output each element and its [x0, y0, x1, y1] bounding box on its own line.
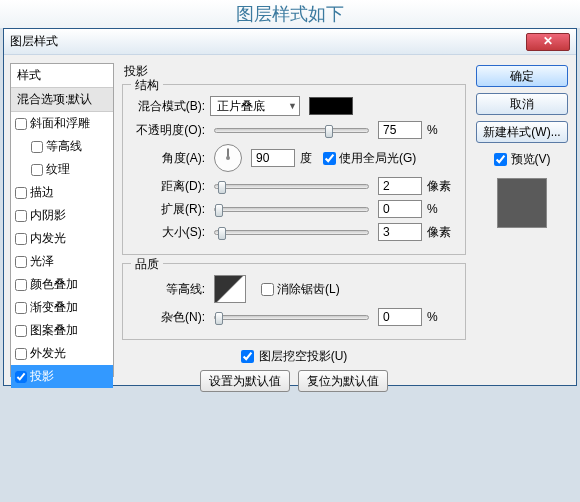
- style-item-checkbox[interactable]: [15, 233, 27, 245]
- dialog-window: 图层样式 ✕ 样式 混合选项:默认 斜面和浮雕等高线纹理描边内阴影内发光光泽颜色…: [3, 28, 577, 386]
- style-item-checkbox[interactable]: [31, 141, 43, 153]
- chevron-down-icon: ▼: [288, 101, 297, 111]
- style-item-checkbox[interactable]: [15, 325, 27, 337]
- size-unit: 像素: [427, 224, 455, 241]
- style-item-label: 纹理: [46, 161, 70, 178]
- contour-label: 等高线:: [133, 281, 205, 298]
- distance-input[interactable]: 2: [378, 177, 422, 195]
- style-item[interactable]: 颜色叠加: [11, 273, 113, 296]
- antialias-checkbox[interactable]: [261, 283, 274, 296]
- opacity-unit: %: [427, 123, 455, 137]
- style-item[interactable]: 渐变叠加: [11, 296, 113, 319]
- style-item[interactable]: 光泽: [11, 250, 113, 273]
- blend-mode-value: 正片叠底: [217, 98, 265, 115]
- style-item[interactable]: 外发光: [11, 342, 113, 365]
- size-label: 大小(S):: [133, 224, 205, 241]
- titlebar: 图层样式 ✕: [4, 29, 576, 55]
- blend-options-default[interactable]: 混合选项:默认: [11, 87, 113, 112]
- spread-input[interactable]: 0: [378, 200, 422, 218]
- style-item-checkbox[interactable]: [15, 348, 27, 360]
- style-item-label: 颜色叠加: [30, 276, 78, 293]
- distance-label: 距离(D):: [133, 178, 205, 195]
- style-item-label: 内发光: [30, 230, 66, 247]
- style-item[interactable]: 内阴影: [11, 204, 113, 227]
- quality-group: 品质 等高线: 消除锯齿(L) 杂色(N): 0 %: [122, 263, 466, 340]
- style-item-label: 投影: [30, 368, 54, 385]
- style-item-label: 光泽: [30, 253, 54, 270]
- style-item-checkbox[interactable]: [31, 164, 43, 176]
- global-light-label: 使用全局光(G): [339, 150, 416, 167]
- antialias-label: 消除锯齿(L): [277, 281, 340, 298]
- close-button[interactable]: ✕: [526, 33, 570, 51]
- style-item-label: 描边: [30, 184, 54, 201]
- style-item-label: 内阴影: [30, 207, 66, 224]
- distance-unit: 像素: [427, 178, 455, 195]
- spread-unit: %: [427, 202, 455, 216]
- shadow-color-swatch[interactable]: [309, 97, 353, 115]
- quality-legend: 品质: [131, 256, 163, 273]
- style-item-checkbox[interactable]: [15, 279, 27, 291]
- style-item-checkbox[interactable]: [15, 302, 27, 314]
- spread-label: 扩展(R):: [133, 201, 205, 218]
- style-item[interactable]: 投影: [11, 365, 113, 388]
- set-default-button[interactable]: 设置为默认值: [200, 370, 290, 392]
- style-item-checkbox[interactable]: [15, 118, 27, 130]
- contour-picker[interactable]: [214, 275, 246, 303]
- preview-checkbox[interactable]: [494, 153, 507, 166]
- opacity-input[interactable]: 75: [378, 121, 422, 139]
- style-item-checkbox[interactable]: [15, 256, 27, 268]
- style-item-checkbox[interactable]: [15, 210, 27, 222]
- blend-mode-select[interactable]: 正片叠底 ▼: [210, 96, 300, 116]
- style-item-label: 等高线: [46, 138, 82, 155]
- style-item[interactable]: 描边: [11, 181, 113, 204]
- styles-header: 样式: [11, 64, 113, 87]
- window-title: 图层样式: [10, 33, 58, 50]
- noise-label: 杂色(N):: [133, 309, 205, 326]
- angle-label: 角度(A):: [133, 150, 205, 167]
- distance-slider[interactable]: [214, 184, 369, 189]
- angle-unit: 度: [300, 150, 312, 167]
- style-item[interactable]: 斜面和浮雕: [11, 112, 113, 135]
- preview-label: 预览(V): [511, 151, 551, 168]
- style-item[interactable]: 纹理: [11, 158, 113, 181]
- style-item-label: 外发光: [30, 345, 66, 362]
- noise-slider[interactable]: [214, 315, 369, 320]
- style-item[interactable]: 内发光: [11, 227, 113, 250]
- knockout-checkbox[interactable]: [241, 350, 254, 363]
- knockout-label: 图层挖空投影(U): [259, 348, 348, 365]
- settings-panel: 投影 结构 混合模式(B): 正片叠底 ▼ 不透明度(O): 75 %: [114, 63, 474, 377]
- style-item[interactable]: 图案叠加: [11, 319, 113, 342]
- style-item-checkbox[interactable]: [15, 371, 27, 383]
- size-slider[interactable]: [214, 230, 369, 235]
- size-input[interactable]: 3: [378, 223, 422, 241]
- styles-list: 样式 混合选项:默认 斜面和浮雕等高线纹理描边内阴影内发光光泽颜色叠加渐变叠加图…: [10, 63, 114, 377]
- reset-default-button[interactable]: 复位为默认值: [298, 370, 388, 392]
- style-item-label: 图案叠加: [30, 322, 78, 339]
- structure-legend: 结构: [131, 77, 163, 94]
- style-item-label: 渐变叠加: [30, 299, 78, 316]
- structure-group: 结构 混合模式(B): 正片叠底 ▼ 不透明度(O): 75 % 角: [122, 84, 466, 255]
- style-item-label: 斜面和浮雕: [30, 115, 90, 132]
- global-light-checkbox[interactable]: [323, 152, 336, 165]
- page-caption: 图层样式如下: [0, 0, 580, 28]
- effect-title: 投影: [124, 63, 466, 80]
- opacity-label: 不透明度(O):: [133, 122, 205, 139]
- cancel-button[interactable]: 取消: [476, 93, 568, 115]
- noise-unit: %: [427, 310, 455, 324]
- right-panel: 确定 取消 新建样式(W)... 预览(V): [474, 63, 570, 377]
- style-item[interactable]: 等高线: [11, 135, 113, 158]
- ok-button[interactable]: 确定: [476, 65, 568, 87]
- style-item-checkbox[interactable]: [15, 187, 27, 199]
- preview-swatch: [497, 178, 547, 228]
- new-style-button[interactable]: 新建样式(W)...: [476, 121, 568, 143]
- opacity-slider[interactable]: [214, 128, 369, 133]
- spread-slider[interactable]: [214, 207, 369, 212]
- noise-input[interactable]: 0: [378, 308, 422, 326]
- angle-input[interactable]: 90: [251, 149, 295, 167]
- blend-mode-label: 混合模式(B):: [133, 98, 205, 115]
- angle-dial[interactable]: [214, 144, 242, 172]
